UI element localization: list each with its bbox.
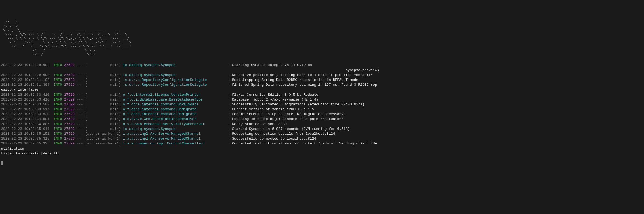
log-line: ository interfaces. <box>1 87 643 92</box>
log-continuation: ntification <box>1 147 24 151</box>
log-level: INFO <box>54 132 62 136</box>
log-level: INFO <box>54 141 62 146</box>
log-separator: : <box>228 78 232 82</box>
log-level: INFO <box>54 63 62 67</box>
log-pid: 27529 <box>64 73 75 77</box>
log-line: 2023-02-23 10:39:35.325 INFO 27529 --- [… <box>1 141 643 146</box>
log-logger: i.a.a.connector.impl.ControlChannelImpl <box>123 141 228 146</box>
log-thread: [ main] <box>85 78 121 82</box>
log-timestamp: 2023-02-23 10:39:34.807 <box>1 122 49 126</box>
log-logger: o.f.core.internal.command.DbValidate <box>123 102 228 106</box>
log-logger: .s.d.r.c.RepositoryConfigurationDelegate <box>123 83 228 87</box>
log-thread: [atcher-worker-1] <box>85 132 121 136</box>
log-logger: i.a.a.c.impl.AxonServerManagedChannel <box>123 137 228 141</box>
log-separator: : <box>228 102 232 106</box>
log-thread: [ main] <box>85 117 121 121</box>
log-dashes: --- <box>77 127 83 131</box>
log-timestamp: 2023-02-23 10:39:35.315 <box>1 137 49 141</box>
log-timestamp: 2023-02-23 10:39:29.602 <box>1 73 49 77</box>
log-message: Bootstrapping Spring Data R2DBC reposito… <box>232 78 360 82</box>
log-thread: [ main] <box>85 102 121 106</box>
log-level: INFO <box>54 112 62 116</box>
log-timestamp: 2023-02-23 10:39:35.325 <box>1 141 49 146</box>
log-level: INFO <box>54 98 62 102</box>
log-line: synapse-preview) <box>1 68 643 73</box>
log-pid: 27529 <box>64 127 75 131</box>
log-dashes: --- <box>77 63 83 67</box>
log-level: INFO <box>54 78 62 82</box>
log-thread: [ main] <box>85 63 121 67</box>
log-line: ntification <box>1 146 643 151</box>
log-dashes: --- <box>77 78 83 82</box>
log-timestamp: 2023-02-23 10:39:34.501 <box>1 117 49 121</box>
log-thread: [ main] <box>85 107 121 111</box>
log-level: INFO <box>54 102 62 106</box>
log-timestamp: 2023-02-23 10:39:33.410 <box>1 98 49 102</box>
log-line: 2023-02-23 10:39:35.151 INFO 27529 --- [… <box>1 132 643 136</box>
log-line: 2023-02-23 10:39:34.501 INFO 27529 --- [… <box>1 117 643 122</box>
log-thread: [ main] <box>85 112 121 116</box>
log-line: Listen to contexts [default] <box>1 151 643 156</box>
log-timestamp: 2023-02-23 10:39:31.102 <box>1 78 49 82</box>
log-separator: : <box>228 73 232 77</box>
log-dashes: --- <box>77 98 83 102</box>
log-line: 2023-02-23 10:39:31.102 INFO 27529 --- [… <box>1 78 643 82</box>
log-level: INFO <box>54 122 62 126</box>
log-line: 2023-02-23 10:39:29.602 INFO 27529 --- [… <box>1 63 643 68</box>
log-separator: : <box>228 93 232 97</box>
log-dashes: --- <box>77 73 83 77</box>
log-continuation: ository interfaces. <box>1 88 41 92</box>
log-level: INFO <box>54 107 62 111</box>
log-timestamp: 2023-02-23 10:39:33.517 <box>1 107 49 111</box>
log-dashes: --- <box>77 93 83 97</box>
log-separator: : <box>228 98 232 102</box>
log-separator: : <box>228 122 232 126</box>
log-timestamp: 2023-02-23 10:39:31.304 <box>1 83 49 87</box>
log-thread: [ main] <box>85 83 121 87</box>
log-logger: o.s.b.a.e.web.EndpointLinksResolver <box>123 117 228 121</box>
log-logger: o.f.core.internal.command.DbMigrate <box>123 112 228 116</box>
log-line: 2023-02-23 10:39:33.410 INFO 27529 --- [… <box>1 92 643 97</box>
log-line: 2023-02-23 10:39:35.014 INFO 27529 --- [… <box>1 127 643 132</box>
log-dashes: --- <box>77 102 83 106</box>
log-timestamp: 2023-02-23 10:39:33.520 <box>1 112 49 116</box>
log-logger: o.f.c.internal.license.VersionPrinter <box>123 93 228 97</box>
log-logger: io.axoniq.synapse.Synapse <box>123 73 228 77</box>
log-dashes: --- <box>77 132 83 136</box>
log-message: Netty started on port 8080 <box>232 122 287 126</box>
log-logger: o.f.core.internal.command.DbMigrate <box>123 107 228 111</box>
log-thread: [ main] <box>85 122 121 126</box>
log-level: INFO <box>54 83 62 87</box>
log-dashes: --- <box>77 83 83 87</box>
log-thread: [ main] <box>85 127 121 131</box>
log-timestamp: 2023-02-23 10:39:35.014 <box>1 127 49 131</box>
log-timestamp: 2023-02-23 10:39:29.602 <box>1 63 49 67</box>
log-pid: 27529 <box>64 122 75 126</box>
log-logger: i.a.a.c.impl.AxonServerManagedChannel <box>123 132 228 136</box>
log-message: Requesting connection details from local… <box>232 132 335 136</box>
log-timestamp: 2023-02-23 10:39:33.502 <box>1 102 49 106</box>
log-separator: : <box>228 141 232 146</box>
log-logger: o.s.b.web.embedded.netty.NettyWebServer <box>123 122 228 126</box>
log-separator: : <box>228 127 232 131</box>
log-line: 2023-02-23 10:39:33.502 INFO 27529 --- [… <box>1 102 643 107</box>
log-pid: 27529 <box>64 132 75 136</box>
log-pid: 27529 <box>64 107 75 111</box>
log-logger: io.axoniq.synapse.Synapse <box>123 127 228 131</box>
log-message: Schema "PUBLIC" is up to date. No migrat… <box>232 112 345 116</box>
log-level: INFO <box>54 127 62 131</box>
log-message: Connected instruction stream for context… <box>232 141 377 146</box>
log-logger: io.axoniq.synapse.Synapse <box>123 63 228 67</box>
log-line: 2023-02-23 10:39:33.520 INFO 27529 --- [… <box>1 112 643 117</box>
log-pid: 27529 <box>64 102 75 106</box>
log-separator: : <box>228 107 232 111</box>
log-dashes: --- <box>77 122 83 126</box>
log-pid: 27529 <box>64 137 75 141</box>
log-message: Started Synapse in 6.087 seconds (JVM ru… <box>232 127 350 131</box>
log-message: No active profile set, falling back to 1… <box>232 73 373 77</box>
log-message: Finished Spring Data repository scanning… <box>232 83 377 87</box>
log-timestamp: 2023-02-23 10:39:33.410 <box>1 93 49 97</box>
log-message: Flyway Community Edition 8.0.5 by Redgat… <box>232 93 318 97</box>
log-pid: 27529 <box>64 112 75 116</box>
log-pid: 27529 <box>64 117 75 121</box>
